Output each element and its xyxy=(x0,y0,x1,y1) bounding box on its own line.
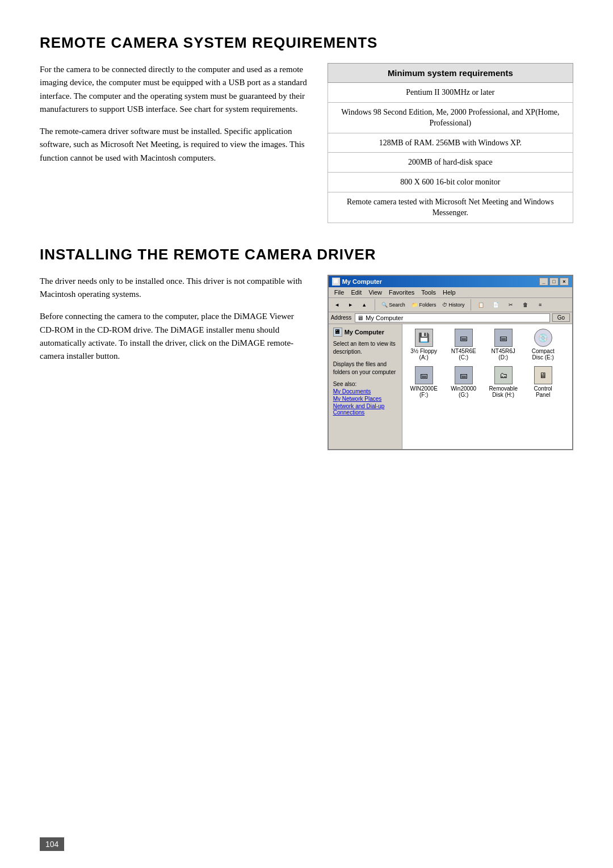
g-drive-icon: 🖴 xyxy=(455,366,473,384)
menu-help[interactable]: Help xyxy=(439,288,459,296)
section1-title: Remote Camera System Requirements xyxy=(40,34,573,52)
sidebar-link-2[interactable]: Network and Dial-up Connections xyxy=(333,403,397,416)
menu-tools[interactable]: Tools xyxy=(418,288,439,296)
address-value: My Computer xyxy=(366,315,403,321)
page: Remote Camera System Requirements For th… xyxy=(0,0,613,868)
sidebar-title: 🖥 My Computer xyxy=(333,328,397,337)
removable-icon: 🗂 xyxy=(494,366,513,384)
section1-right: Minimum system requirements Pentium II 3… xyxy=(328,63,573,223)
control-panel-label: Control Panel xyxy=(526,385,560,398)
c-drive-label: NT45R6E (C:) xyxy=(447,348,481,360)
window-toolbar: ◄ ► ▲ 🔍 Search 📁 Folders ⏱ History 📋 📄 ✂… xyxy=(329,298,572,312)
f-drive-label: WIN2000E (F:) xyxy=(407,385,441,398)
go-button[interactable]: Go xyxy=(552,313,570,322)
sidebar-desc2: Displays the files and folders on your c… xyxy=(333,360,397,376)
section1-para1: For the camera to be connected directly … xyxy=(40,63,310,116)
toolbar-separator-2 xyxy=(471,299,471,311)
icon-g-drive[interactable]: 🖴 Win20000 (G:) xyxy=(447,366,481,398)
section2-para2: Before connecting the camera to the comp… xyxy=(40,310,310,363)
address-input[interactable]: 🖥 My Computer xyxy=(355,313,549,322)
icon-floppy[interactable]: 💾 3½ Floppy (A:) xyxy=(407,329,441,360)
window-icon: 🖥 xyxy=(332,278,340,286)
page-number: 104 xyxy=(40,837,64,851)
icon-btn-4[interactable]: 🗑 xyxy=(519,299,532,311)
control-panel-icon: 🖥 xyxy=(534,366,552,384)
window-body: 🖥 My Computer Select an item to view its… xyxy=(329,324,572,449)
my-computer-window: 🖥 My Computer _ □ × File Edit View xyxy=(328,275,573,450)
back-button[interactable]: ◄ xyxy=(331,299,343,311)
req-row-5: Remote camera tested with Microsoft Net … xyxy=(328,192,573,223)
address-bar: Address 🖥 My Computer Go xyxy=(329,312,572,324)
icon-btn-2[interactable]: 📄 xyxy=(490,299,502,311)
section2-para1: The driver needs only to be installed on… xyxy=(40,275,310,301)
section1: Remote Camera System Requirements For th… xyxy=(40,34,573,223)
c-drive-icon: 🖴 xyxy=(455,329,473,347)
icons-row-2: 🖴 WIN2000E (F:) 🖴 Win20000 (G:) 🗂 Remov xyxy=(407,366,568,398)
d-drive-icon: 🖴 xyxy=(494,329,513,347)
section2: Installing the Remote Camera Driver The … xyxy=(40,246,573,450)
section2-left: The driver needs only to be installed on… xyxy=(40,275,310,372)
icon-btn-1[interactable]: 📋 xyxy=(475,299,488,311)
menu-favorites[interactable]: Favorites xyxy=(385,288,418,296)
g-drive-label: Win20000 (G:) xyxy=(447,385,481,398)
section2-title: Installing the Remote Camera Driver xyxy=(40,246,573,263)
maximize-button[interactable]: □ xyxy=(549,278,559,286)
window-sidebar: 🖥 My Computer Select an item to view its… xyxy=(329,324,402,449)
icon-btn-5[interactable]: ≡ xyxy=(534,299,547,311)
d-drive-label: NT45R6J (D:) xyxy=(486,348,520,360)
window-title: My Computer xyxy=(342,278,382,285)
search-button[interactable]: 🔍 Search xyxy=(379,299,408,311)
req-row-4: 800 X 600 16-bit color monitor xyxy=(328,172,573,192)
requirements-table: Minimum system requirements Pentium II 3… xyxy=(328,63,573,223)
nav-buttons: ◄ ► ▲ xyxy=(331,299,371,311)
sidebar-desc1: Select an item to view its description. xyxy=(333,340,397,356)
icon-removable[interactable]: 🗂 Removable Disk (H:) xyxy=(486,366,520,398)
section1-left: For the camera to be connected directly … xyxy=(40,63,310,223)
requirements-table-header: Minimum system requirements xyxy=(328,64,573,83)
window-menubar: File Edit View Favorites Tools Help xyxy=(329,287,572,298)
toolbar-separator-1 xyxy=(375,299,375,311)
icon-control-panel[interactable]: 🖥 Control Panel xyxy=(526,366,560,398)
icon-c-drive[interactable]: 🖴 NT45R6E (C:) xyxy=(447,329,481,360)
req-row-0: Pentium II 300MHz or later xyxy=(328,83,573,103)
removable-label: Removable Disk (H:) xyxy=(486,385,520,398)
icon-cd[interactable]: 💿 Compact Disc (E:) xyxy=(526,329,560,360)
minimize-button[interactable]: _ xyxy=(539,278,548,286)
up-button[interactable]: ▲ xyxy=(358,299,371,311)
sidebar-see-also: See also: xyxy=(333,381,397,387)
icon-d-drive[interactable]: 🖴 NT45R6J (D:) xyxy=(486,329,520,360)
section1-para2: The remote-camera driver software must b… xyxy=(40,125,310,165)
address-icon: 🖥 xyxy=(357,315,363,321)
titlebar-left: 🖥 My Computer xyxy=(332,278,382,286)
forward-button[interactable]: ► xyxy=(345,299,357,311)
section2-columns: The driver needs only to be installed on… xyxy=(40,275,573,450)
cd-label: Compact Disc (E:) xyxy=(526,348,560,360)
cd-icon: 💿 xyxy=(534,329,552,347)
menu-edit[interactable]: Edit xyxy=(347,288,365,296)
folders-button[interactable]: 📁 Folders xyxy=(410,299,438,311)
menu-view[interactable]: View xyxy=(365,288,385,296)
titlebar-buttons[interactable]: _ □ × xyxy=(539,278,569,286)
sidebar-link-1[interactable]: My Network Places xyxy=(333,396,397,402)
section2-right: 🖥 My Computer _ □ × File Edit View xyxy=(328,275,573,450)
icon-f-drive[interactable]: 🖴 WIN2000E (F:) xyxy=(407,366,441,398)
address-label: Address xyxy=(331,315,352,321)
sidebar-title-text: My Computer xyxy=(345,329,384,336)
req-row-1: Windows 98 Second Edition, Me, 2000 Prof… xyxy=(328,102,573,133)
section1-columns: For the camera to be connected directly … xyxy=(40,63,573,223)
history-button[interactable]: ⏱ History xyxy=(440,299,467,311)
f-drive-icon: 🖴 xyxy=(415,366,433,384)
floppy-label: 3½ Floppy (A:) xyxy=(407,348,441,360)
icons-row-1: 💾 3½ Floppy (A:) 🖴 NT45R6E (C:) 🖴 NT45R xyxy=(407,329,568,360)
sidebar-computer-icon: 🖥 xyxy=(333,328,342,337)
menu-file[interactable]: File xyxy=(331,288,348,296)
icon-btn-3[interactable]: ✂ xyxy=(505,299,517,311)
close-button[interactable]: × xyxy=(560,278,569,286)
floppy-icon: 💾 xyxy=(415,329,433,347)
req-row-2: 128MB of RAM. 256MB with Windows XP. xyxy=(328,133,573,153)
req-row-3: 200MB of hard-disk space xyxy=(328,153,573,173)
window-content: 💾 3½ Floppy (A:) 🖴 NT45R6E (C:) 🖴 NT45R xyxy=(402,324,572,449)
sidebar-link-0[interactable]: My Documents xyxy=(333,388,397,395)
window-titlebar: 🖥 My Computer _ □ × xyxy=(329,276,572,287)
